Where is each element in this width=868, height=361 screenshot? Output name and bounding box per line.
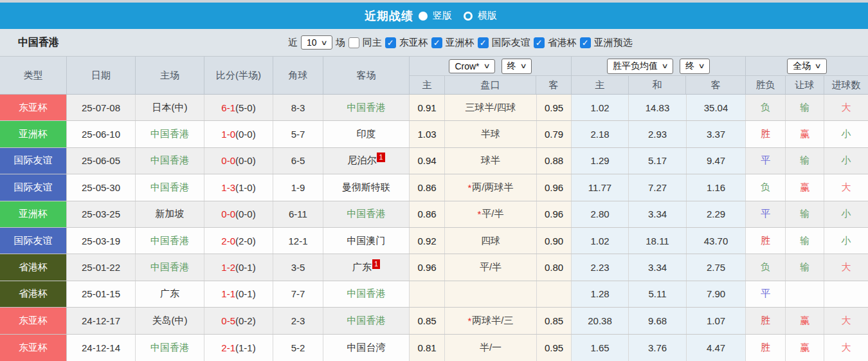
col-header-score: 比分(半场) <box>204 57 273 94</box>
handicap-text: 两/两球半 <box>472 181 513 194</box>
mean-period-value: 终 <box>685 60 694 72</box>
checkbox-label[interactable]: 亚洲杯 <box>446 37 475 49</box>
checkbox-icon[interactable]: ✓ <box>431 37 442 48</box>
checkbox-icon[interactable]: ✓ <box>385 37 396 48</box>
odds-period-select[interactable]: 终 ∨ <box>502 59 532 74</box>
match-row: 国际友谊 25-05-30 中国香港 1-3(1-0) 1-9 曼彻斯特联 0.… <box>0 174 868 201</box>
checkbox-label[interactable]: 国际友谊 <box>492 37 530 49</box>
home-team-cell: 中国香港 <box>136 148 204 174</box>
recent-results-panel: 近期战绩 竖版 横版 中国香港 近 10 ∨ 场 同主 ✓ 东亚杯 <box>0 0 868 361</box>
odds-group-header: Crow* ∨ 终 ∨ 主 盘口 客 <box>410 57 572 94</box>
match-count-select[interactable]: 10 ∨ <box>301 35 332 50</box>
radio-vertical-label[interactable]: 竖版 <box>433 10 452 22</box>
handicap-cell: 球半 <box>445 148 537 174</box>
radio-vertical-layout[interactable] <box>419 12 428 21</box>
score-cell: 0-5(0-2) <box>204 308 273 333</box>
handicap-result-cell: 输 <box>786 148 824 174</box>
mean-type-select[interactable]: 胜平负均值 ∨ <box>607 59 673 74</box>
match-row: 东亚杯 24-12-17 关岛(中) 0-5(0-2) 2-3 中国香港 0.8… <box>0 308 868 334</box>
halftime-score: (0-0) <box>235 155 256 166</box>
filter-bar: 中国香港 近 10 ∨ 场 同主 ✓ 东亚杯 ✓ 亚洲杯 ✓ <box>0 29 868 57</box>
halftime-score: (5-0) <box>235 102 256 113</box>
mean-away-cell: 3.37 <box>687 121 746 147</box>
date-cell: 24-12-17 <box>67 308 136 333</box>
home-team-cell: 中国香港 <box>136 335 204 361</box>
goals-cell: 小 <box>824 148 868 174</box>
corner-cell: 1-9 <box>273 174 323 200</box>
odds-home-cell: 0.86 <box>410 201 445 227</box>
match-row: 亚洲杯 25-03-25 新加坡 0-0(0-0) 6-11 中国香港 0.86… <box>0 201 868 228</box>
table-header: 类型 日期 主场 比分(半场) 角球 客场 Crow* ∨ 终 ∨ 主 盘口 客 <box>0 57 868 95</box>
odds-company-select[interactable]: Crow* ∨ <box>449 59 494 73</box>
handicap-result-cell: 输 <box>786 254 824 280</box>
mean-away-cell: 7.90 <box>687 281 746 307</box>
handicap-text: 半球 <box>481 128 500 140</box>
handicap-cell <box>445 281 537 307</box>
match-row: 省港杯 25-01-22 中国香港 1-2(0-1) 3-5 广东1 0.96 … <box>0 254 868 281</box>
handicap-cell: 平/半 <box>445 254 537 280</box>
col-header-odds-away: 客 <box>536 76 571 94</box>
match-rows: 东亚杯 25-07-08 日本(中) 6-1(5-0) 8-3 中国香港 0.9… <box>0 95 868 361</box>
handicap-text: 球半 <box>481 154 500 167</box>
mean-home-cell: 2.18 <box>572 121 629 147</box>
goals-cell <box>824 281 868 307</box>
fulltime-score: 1-3 <box>221 182 235 193</box>
handicap-result-value: 输 <box>800 261 809 273</box>
corner-cell: 5-7 <box>273 121 323 147</box>
fulltime-score: 0-0 <box>221 155 235 166</box>
handicap-text: 三球半/四球 <box>465 102 516 114</box>
mean-away-cell: 4.47 <box>687 335 746 361</box>
radio-horizontal-label[interactable]: 横版 <box>478 10 497 22</box>
handicap-result-cell: 赢 <box>786 174 824 200</box>
score-cell: 1-0(0-0) <box>204 121 273 147</box>
radio-horizontal-layout[interactable] <box>464 12 473 21</box>
mean-away-cell: 9.47 <box>687 148 746 174</box>
mean-period-select[interactable]: 终 ∨ <box>680 59 710 74</box>
mean-home-cell: 1.02 <box>572 228 629 254</box>
result-value: 胜 <box>761 315 770 327</box>
odds-away-cell: 0.88 <box>537 148 572 174</box>
halftime-score: (1-1) <box>235 342 256 353</box>
checkbox-label[interactable]: 东亚杯 <box>399 37 428 49</box>
home-team-cell: 中国香港 <box>136 174 204 200</box>
handicap-result-cell: 输 <box>786 228 824 254</box>
fulltime-score: 0-5 <box>221 315 235 326</box>
fulltime-score: 6-1 <box>221 102 235 113</box>
result-value: 胜 <box>761 235 770 247</box>
odds-home-cell: 0.94 <box>410 148 445 174</box>
checkbox-label[interactable]: 省港杯 <box>548 37 577 49</box>
date-cell: 25-05-30 <box>67 174 136 200</box>
checkbox-icon[interactable]: ✓ <box>478 37 489 48</box>
date-cell: 25-06-05 <box>67 148 136 174</box>
checkbox-label[interactable]: 亚洲预选 <box>594 37 633 49</box>
fulltime-score: 2-1 <box>221 342 235 353</box>
mean-away-cell: 1.16 <box>687 174 746 200</box>
odds-home-cell: 0.86 <box>410 174 445 200</box>
away-team-cell: 尼泊尔1 <box>323 148 410 174</box>
scope-select[interactable]: 全场 ∨ <box>787 59 826 74</box>
scope-value: 全场 <box>793 60 811 72</box>
checkbox-icon[interactable]: ✓ <box>580 37 591 48</box>
halftime-score: (2-0) <box>235 236 256 246</box>
odds-company-value: Crow* <box>455 61 479 71</box>
handicap-cell: 四球 <box>445 228 537 254</box>
home-team-cell: 中国香港 <box>136 121 204 147</box>
mean-draw-cell: 3.34 <box>629 254 687 280</box>
fulltime-score: 1-2 <box>221 262 235 273</box>
goals-value: 小 <box>842 154 851 167</box>
handicap-result-value: 赢 <box>800 342 809 354</box>
home-team-cell: 中国香港 <box>136 228 204 254</box>
checkbox-label[interactable]: 同主 <box>363 37 382 49</box>
chevron-down-icon: ∨ <box>520 62 527 70</box>
checkbox-icon[interactable] <box>348 37 359 48</box>
handicap-result-value: 赢 <box>800 181 809 194</box>
mean-home-cell: 2.80 <box>572 201 629 227</box>
away-team-name: 中国台湾 <box>347 342 386 354</box>
away-team-cell: 中国澳门 <box>323 228 410 254</box>
fulltime-score: 2-0 <box>221 236 235 246</box>
odds-home-cell: 0.92 <box>410 228 445 254</box>
date-cell: 25-07-08 <box>67 95 136 120</box>
type-badge: 亚洲杯 <box>0 121 67 147</box>
checkbox-icon[interactable]: ✓ <box>534 37 545 48</box>
odds-home-cell <box>410 281 445 307</box>
